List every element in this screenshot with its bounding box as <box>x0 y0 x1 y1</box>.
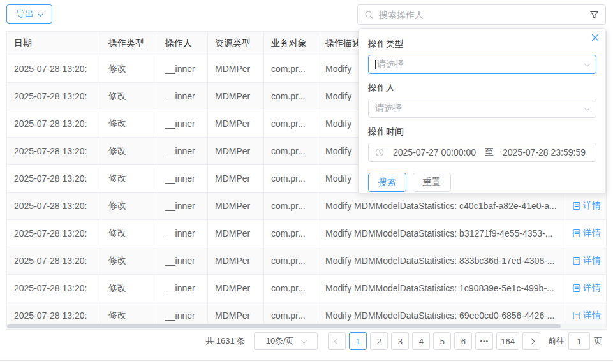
document-icon <box>572 201 581 210</box>
cell-object: com.pr... <box>264 193 318 219</box>
goto-page-input[interactable] <box>568 332 590 350</box>
cell-desc: Modify MDMModelDataStatistics: 1c90839e-… <box>318 275 565 302</box>
detail-link[interactable]: 详情 <box>572 310 601 321</box>
cell-date: 2025-07-28 13:20: <box>7 165 101 192</box>
col-header-date: 日期 <box>7 32 101 55</box>
table-row: 2025-07-28 13:20:修改__innerMDMPercom.pr..… <box>7 247 606 274</box>
page-button-3[interactable]: 3 <box>391 332 409 350</box>
page-size-value: 10条/页 <box>266 335 294 347</box>
page-button-4[interactable]: 4 <box>412 332 430 350</box>
cell-desc: Modify MDMModelDataStatistics: c40c1baf-… <box>318 193 565 219</box>
cell-operator: __inner <box>158 275 208 302</box>
cell-type: 修改 <box>101 165 158 192</box>
document-icon <box>572 256 581 265</box>
prev-page-button[interactable] <box>328 332 346 350</box>
cell-date: 2025-07-28 13:20: <box>7 55 101 82</box>
cell-date: 2025-07-28 13:20: <box>7 247 101 274</box>
chevron-down-icon <box>300 337 307 344</box>
operator-placeholder: 请选择 <box>375 103 402 114</box>
cell-operator: __inner <box>158 220 208 247</box>
chevron-right-icon <box>528 338 535 344</box>
col-header-type: 操作类型 <box>101 32 158 55</box>
filter-funnel-icon[interactable] <box>589 10 599 20</box>
cell-type: 修改 <box>101 110 158 137</box>
cell-desc: Modify MDMModelDataStatistics: 833bc36d-… <box>318 247 565 274</box>
cell-type: 修改 <box>101 138 158 164</box>
cell-operator: __inner <box>158 138 208 164</box>
operation-type-label: 操作类型 <box>368 38 596 50</box>
page-button-1[interactable]: 1 <box>349 332 367 350</box>
cell-type: 修改 <box>101 275 158 302</box>
operator-label: 操作人 <box>368 82 596 94</box>
search-input[interactable] <box>379 10 584 20</box>
cell-detail: 详情 <box>565 247 606 274</box>
next-page-button[interactable] <box>522 332 540 350</box>
operation-type-select[interactable]: 请选择 <box>368 55 596 74</box>
table-row: 2025-07-28 13:20:修改__innerMDMPercom.pr..… <box>7 219 606 247</box>
export-button[interactable]: 导出 <box>6 4 52 24</box>
chevron-left-icon <box>334 338 340 344</box>
operator-search-box[interactable] <box>357 4 606 25</box>
date-range-separator: 至 <box>485 147 494 158</box>
date-range-picker[interactable]: 2025-07-27 00:00:00 至 2025-07-28 23:59:5… <box>368 143 596 162</box>
clock-icon <box>375 148 384 157</box>
cell-date: 2025-07-28 13:20: <box>7 275 101 302</box>
cell-date: 2025-07-28 13:20: <box>7 138 101 164</box>
detail-link[interactable]: 详情 <box>572 228 601 239</box>
detail-link[interactable]: 详情 <box>572 282 601 294</box>
cell-resource: MDMPer <box>208 275 264 302</box>
cell-type: 修改 <box>101 220 158 247</box>
cell-resource: MDMPer <box>208 83 264 110</box>
detail-link-label: 详情 <box>583 200 601 212</box>
page-button-6[interactable]: 6 <box>454 332 472 350</box>
table-row: 2025-07-28 13:20:修改__innerMDMPercom.pr..… <box>7 274 606 302</box>
close-icon[interactable] <box>591 34 599 41</box>
cell-date: 2025-07-28 13:20: <box>7 220 101 247</box>
operator-select[interactable]: 请选择 <box>368 99 596 118</box>
cell-object: com.pr... <box>264 247 318 274</box>
cell-object: com.pr... <box>264 165 318 192</box>
horizontal-scrollbar-thumb[interactable] <box>7 324 561 328</box>
operation-log-page: 导出 日期 操作类型 操作人 资源类型 业务对象 操作描述 2025-07-28… <box>0 0 613 364</box>
page-button-164[interactable]: 164 <box>496 332 519 350</box>
cell-operator: __inner <box>158 165 208 192</box>
pagination: 共 1631 条 10条/页 123456•••164 前往 页 <box>205 332 602 350</box>
cell-type: 修改 <box>101 247 158 274</box>
cell-resource: MDMPer <box>208 220 264 247</box>
goto-label: 前往 <box>548 335 565 347</box>
cell-resource: MDMPer <box>208 110 264 137</box>
cell-resource: MDMPer <box>208 247 264 274</box>
cell-resource: MDMPer <box>208 138 264 164</box>
search-icon <box>364 10 374 20</box>
cell-resource: MDMPer <box>208 165 264 192</box>
cell-operator: __inner <box>158 55 208 82</box>
detail-link[interactable]: 详情 <box>572 200 601 212</box>
cell-type: 修改 <box>101 193 158 219</box>
cell-date: 2025-07-28 13:20: <box>7 193 101 219</box>
export-button-label: 导出 <box>16 8 34 20</box>
cell-operator: __inner <box>158 247 208 274</box>
cell-object: com.pr... <box>264 83 318 110</box>
cell-resource: MDMPer <box>208 55 264 82</box>
cell-resource: MDMPer <box>208 193 264 219</box>
search-button[interactable]: 搜索 <box>368 173 406 192</box>
cell-operator: __inner <box>158 83 208 110</box>
detail-link-label: 详情 <box>583 255 601 266</box>
page-size-select[interactable]: 10条/页 <box>254 332 318 350</box>
page-button-5[interactable]: 5 <box>433 332 451 350</box>
cell-object: com.pr... <box>264 275 318 302</box>
chevron-down-icon <box>38 10 44 17</box>
reset-button[interactable]: 重置 <box>413 173 451 192</box>
detail-link-label: 详情 <box>583 310 601 321</box>
detail-link[interactable]: 详情 <box>572 255 601 266</box>
detail-link-label: 详情 <box>583 282 601 294</box>
more-pages-button[interactable]: ••• <box>475 332 493 350</box>
page-button-2[interactable]: 2 <box>370 332 388 350</box>
col-header-resource: 资源类型 <box>208 32 264 55</box>
total-count: 共 1631 条 <box>205 335 245 347</box>
cell-type: 修改 <box>101 55 158 82</box>
filter-panel: 操作类型 请选择 操作人 请选择 操作时间 2025-07-27 00:00:0… <box>358 28 606 194</box>
col-header-operator: 操作人 <box>158 32 208 55</box>
cell-desc: Modify MDMModelDataStatistics: b31271f9-… <box>318 220 565 247</box>
cell-detail: 详情 <box>565 193 606 219</box>
